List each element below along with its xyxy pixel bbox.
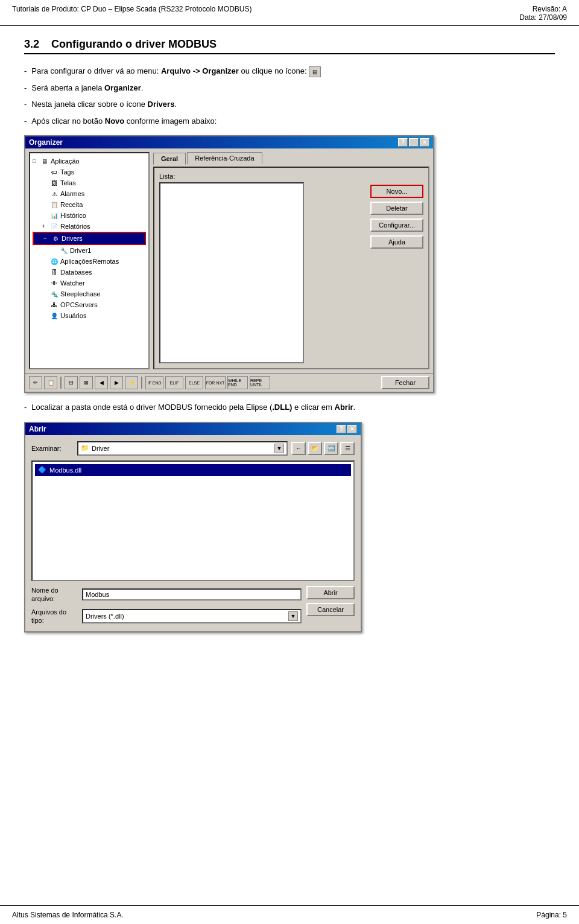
- footer-right: Página: 5: [536, 911, 567, 919]
- bullet-text-1: Para configurar o driver vá ao menu: Arq…: [31, 65, 555, 77]
- tab-content: Lista: Novo... Deletar Configurar... Aju…: [153, 167, 429, 369]
- icon-databases: 🗄: [49, 267, 59, 277]
- up-button[interactable]: 📂: [308, 442, 322, 455]
- tab-referencia-cruzada[interactable]: Referência-Cruzada: [187, 152, 262, 164]
- cancelar-button[interactable]: Cancelar: [306, 603, 355, 616]
- toolbar-btn-3[interactable]: ⊟: [65, 376, 78, 389]
- icon-telas: 🖼: [49, 178, 59, 188]
- examinar-combo[interactable]: 📁 Driver ▼: [77, 441, 288, 456]
- toolbar-btn-while[interactable]: WHILE END: [227, 376, 248, 389]
- fechar-button[interactable]: Fechar: [381, 376, 429, 389]
- bullet-2: - Será aberta a janela Organizer.: [24, 82, 555, 94]
- open-help-button[interactable]: ?: [337, 425, 346, 433]
- header-left: Tutoriais de Produto: CP Duo – Elipse Sc…: [12, 5, 252, 13]
- abrir-button[interactable]: Abrir: [306, 586, 355, 599]
- examinar-toolbar-btns: ← 📂 🆕 ☰: [291, 442, 355, 455]
- open-dialog-body: Examinar: 📁 Driver ▼ ← 📂 🆕 ☰: [25, 435, 361, 631]
- close-button[interactable]: ×: [420, 138, 429, 147]
- tree-item-telas[interactable]: 🖼 Telas: [33, 177, 146, 188]
- back-button[interactable]: ←: [291, 442, 306, 455]
- deletar-button[interactable]: Deletar: [370, 202, 423, 215]
- tree-item-driver1[interactable]: 🔧 Driver1: [33, 245, 146, 256]
- open-close-button[interactable]: ×: [347, 425, 357, 433]
- toolbar-btn-4[interactable]: ⊠: [80, 376, 93, 389]
- tree-item-steeplechase[interactable]: 🔩 Steeplechase: [33, 288, 146, 299]
- tab-bar: Geral Referência-Cruzada: [153, 152, 429, 164]
- examinar-value: 📁 Driver: [81, 444, 109, 452]
- icon-watcher: 👁: [49, 278, 59, 288]
- view-button[interactable]: ☰: [340, 442, 355, 455]
- toolbar-btn-2[interactable]: 📋: [44, 376, 57, 389]
- icon-relatorios: 📄: [49, 221, 59, 231]
- help-button[interactable]: ?: [398, 138, 408, 147]
- tree-item-tags[interactable]: 🏷 Tags: [33, 167, 146, 177]
- tree-panel: □ 🖥 Aplicação 🏷 Tags 🖼 Telas: [29, 152, 150, 369]
- new-folder-button[interactable]: 🆕: [324, 442, 338, 455]
- organizer-dialog-body: □ 🖥 Aplicação 🏷 Tags 🖼 Telas: [25, 148, 433, 373]
- icon-aplicacao: 🖥: [40, 156, 49, 166]
- tree-item-relatorios[interactable]: + 📄 Relatórios: [33, 221, 146, 232]
- open-dialog-wrapper: Abrir ? × Examinar: 📁 Driver ▼: [24, 422, 555, 632]
- combo-arrow[interactable]: ▼: [274, 444, 284, 453]
- organizer-title-bar: Organizer ? _ ×: [25, 136, 433, 148]
- tree-item-aplicacoes-remotas[interactable]: 🌐 AplicaçõesRemotas: [33, 256, 146, 267]
- tree-item-usuarios[interactable]: 👤 Usuários: [33, 310, 146, 321]
- header-revision: Revisão: A: [519, 5, 567, 13]
- novo-button[interactable]: Novo...: [370, 185, 423, 198]
- toolbar-btn-if-end[interactable]: IF END: [145, 376, 163, 389]
- ajuda-button[interactable]: Ajuda: [370, 235, 423, 249]
- icon-aplicacoes-remotas: 🌐: [49, 256, 59, 266]
- page-header: Tutoriais de Produto: CP Duo – Elipse Sc…: [0, 0, 579, 26]
- toolbar-btn-repe[interactable]: REPE UNTIL: [250, 376, 270, 389]
- toolbar-btn-1[interactable]: ✏: [29, 376, 42, 389]
- title-bar-buttons: ? _ ×: [398, 138, 429, 147]
- page-content: 3.2 Configurando o driver MODBUS - Para …: [0, 26, 579, 653]
- header-date: Data: 27/08/09: [519, 13, 567, 22]
- tree-item-alarmes[interactable]: ⚠ Alarmes: [33, 188, 146, 199]
- folder-icon: 📁: [81, 444, 89, 452]
- icon-historico: 📊: [49, 211, 59, 220]
- toolbar-btn-elif[interactable]: ELIF: [165, 376, 183, 389]
- icon-tags: 🏷: [49, 167, 59, 177]
- tree-item-receita[interactable]: 📋 Receita: [33, 199, 146, 210]
- open-dialog-title-btns: ? ×: [337, 425, 357, 433]
- filename-label: Nome do arquivo:: [31, 586, 80, 604]
- filetype-combo-arrow[interactable]: ▼: [288, 611, 298, 621]
- examinar-row: Examinar: 📁 Driver ▼ ← 📂 🆕 ☰: [31, 441, 355, 456]
- bullet-1: - Para configurar o driver vá ao menu: A…: [24, 65, 555, 77]
- organizer-dialog: Organizer ? _ × □ 🖥 Aplicação: [24, 135, 434, 393]
- bullet-dll: - Localizar a pasta onde está o driver M…: [24, 401, 555, 413]
- tree-item-watcher[interactable]: 👁 Watcher: [33, 278, 146, 288]
- minimize-button[interactable]: _: [409, 138, 419, 147]
- section-heading: Configurando o driver MODBUS: [51, 38, 217, 50]
- tree-item-historico[interactable]: 📊 Histórico: [33, 210, 146, 221]
- bullet-text-3: Nesta janela clicar sobre o ícone Driver…: [31, 98, 555, 110]
- filename-input[interactable]: [82, 588, 302, 601]
- filetype-value: Drivers (*.dll): [86, 613, 124, 620]
- tree-item-aplicacao[interactable]: □ 🖥 Aplicação: [33, 156, 146, 167]
- toolbar-btn-7[interactable]: ⚡: [125, 376, 138, 389]
- toolbar-btn-5[interactable]: ◀: [95, 376, 108, 389]
- toolbar-btn-6[interactable]: ▶: [110, 376, 123, 389]
- tree-item-opcservers[interactable]: 🖧 OPCServers: [33, 299, 146, 310]
- file-item-modbus[interactable]: 🔷 Modbus.dll: [35, 464, 351, 476]
- tree-item-databases[interactable]: 🗄 Databases: [33, 267, 146, 278]
- bullet-text-dll: Localizar a pasta onde está o driver MOD…: [31, 401, 555, 413]
- file-icon-modbus: 🔷: [37, 465, 47, 475]
- open-action-btns: Abrir Cancelar: [306, 586, 355, 625]
- filetype-label: Arquivos do tipo:: [31, 608, 80, 625]
- filename-row: Nome do arquivo:: [31, 586, 302, 604]
- toolbar-btn-for-nxt[interactable]: FOR NXT: [205, 376, 226, 389]
- toolbar-btn-else[interactable]: ELSE: [185, 376, 203, 389]
- file-list-box: 🔷 Modbus.dll: [31, 460, 355, 581]
- tree-item-drivers[interactable]: − ⚙ Drivers: [33, 232, 146, 245]
- organizer-dialog-wrapper: Organizer ? _ × □ 🖥 Aplicação: [24, 135, 555, 393]
- header-right: Revisão: A Data: 27/08/09: [519, 5, 567, 22]
- configurar-button[interactable]: Configurar...: [370, 218, 423, 232]
- icon-driver1: 🔧: [59, 246, 69, 255]
- tab-geral[interactable]: Geral: [153, 153, 186, 165]
- icon-steeplechase: 🔩: [49, 289, 59, 299]
- organizer-dialog-title: Organizer: [29, 138, 63, 147]
- filetype-combo[interactable]: Drivers (*.dll) ▼: [82, 609, 302, 623]
- right-panel: Geral Referência-Cruzada Lista: Novo... …: [153, 152, 429, 369]
